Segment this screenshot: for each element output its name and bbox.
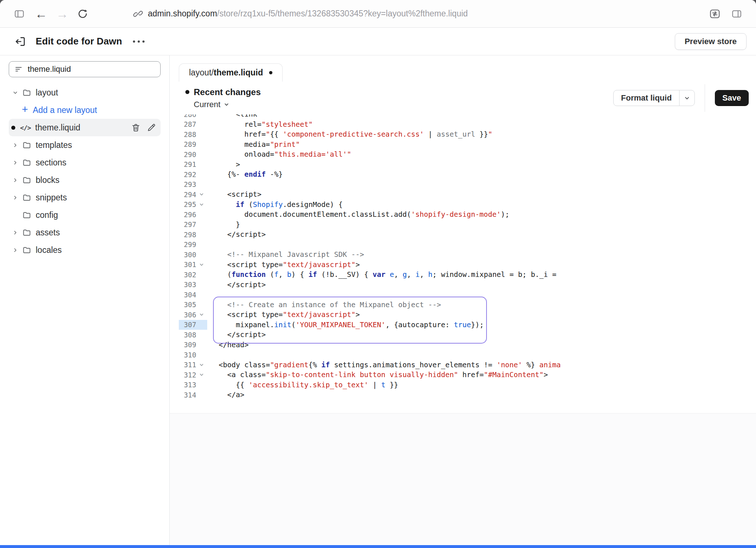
code-line[interactable]: 298 </script> <box>179 230 749 240</box>
code-line[interactable]: 305 <!-- Create an instance of the Mixpa… <box>179 300 749 310</box>
tree-folder-snippets[interactable]: snippets <box>9 189 161 206</box>
code-line[interactable]: 313 {{ 'accessibility.skip_to_text' | t … <box>179 380 749 390</box>
code-line[interactable]: 304 <box>179 290 749 300</box>
line-number[interactable]: 300 <box>179 251 196 259</box>
code-line[interactable]: 287 rel="stylesheet" <box>179 120 749 130</box>
tree-file-theme-liquid[interactable]: </> theme.liquid <box>9 119 161 136</box>
chevron-right-icon[interactable] <box>12 195 18 201</box>
line-number[interactable]: 312 <box>179 371 196 379</box>
tree-folder-blocks[interactable]: blocks <box>9 171 161 189</box>
tree-folder-templates[interactable]: templates <box>9 136 161 154</box>
chevron-right-icon[interactable] <box>12 160 18 166</box>
code-line[interactable]: 295 if (Shopify.designMode) { <box>179 200 749 210</box>
line-number[interactable]: 302 <box>179 271 196 279</box>
format-dropdown-toggle[interactable] <box>679 90 694 106</box>
code-line[interactable]: 299 <box>179 240 749 250</box>
code-line[interactable]: 292 {%- endif -%} <box>179 169 749 180</box>
chevron-right-icon[interactable] <box>12 142 18 148</box>
line-number[interactable]: 307 <box>179 321 196 329</box>
line-number[interactable]: 313 <box>179 381 196 389</box>
file-filter-input[interactable]: theme.liquid <box>9 61 161 77</box>
line-number[interactable]: 290 <box>179 150 196 158</box>
line-number[interactable]: 303 <box>179 281 196 289</box>
code-line[interactable]: 312 <a class="skip-to-content-link butto… <box>179 370 749 380</box>
line-number[interactable]: 314 <box>179 391 196 399</box>
line-number[interactable]: 309 <box>179 341 196 349</box>
chevron-right-icon[interactable] <box>12 230 18 236</box>
code-line[interactable]: 296 document.documentElement.classList.a… <box>179 210 749 220</box>
tab-theme-liquid[interactable]: layout/theme.liquid <box>179 63 283 82</box>
chevron-right-icon[interactable] <box>12 247 18 253</box>
extensions-icon[interactable] <box>706 5 723 22</box>
chevron-right-icon[interactable] <box>12 177 18 183</box>
code-line[interactable]: 301 <script type="text/javascript"> <box>179 260 749 270</box>
line-number[interactable]: 289 <box>179 140 196 148</box>
fold-chevron-icon[interactable] <box>196 372 206 377</box>
code-line[interactable]: 310 <box>179 350 749 360</box>
code-line[interactable]: 303 </script> <box>179 280 749 290</box>
code-line[interactable]: 306 <script type="text/javascript"> <box>179 310 749 320</box>
line-number[interactable]: 292 <box>179 171 196 179</box>
tree-folder-layout[interactable]: layout <box>9 84 161 101</box>
sidebar-toggle-icon[interactable] <box>11 5 28 22</box>
line-number[interactable]: 306 <box>179 311 196 319</box>
line-number[interactable]: 304 <box>179 291 196 299</box>
fold-chevron-icon[interactable] <box>196 363 206 367</box>
add-new-layout-button[interactable]: + Add a new layout <box>9 101 161 119</box>
fold-chevron-icon[interactable] <box>196 312 206 317</box>
code-line[interactable]: 314 </a> <box>179 390 749 400</box>
code-line[interactable]: 289 media="print" <box>179 140 749 150</box>
line-number[interactable]: 299 <box>179 240 196 248</box>
code-line[interactable]: 286 <link <box>179 114 749 120</box>
code-line[interactable]: 309 </head> <box>179 340 749 350</box>
fold-chevron-icon[interactable] <box>196 192 206 197</box>
code-line[interactable]: 311 <body class="gradient{% if settings.… <box>179 360 749 370</box>
code-line[interactable]: 307 mixpanel.init('YOUR_MIXPANEL_TOKEN',… <box>179 320 749 330</box>
code-line[interactable]: 291 > <box>179 160 749 170</box>
line-number[interactable]: 310 <box>179 351 196 359</box>
line-number[interactable]: 308 <box>179 331 196 339</box>
fold-chevron-icon[interactable] <box>196 202 206 207</box>
reload-icon[interactable] <box>74 5 91 22</box>
save-button[interactable]: Save <box>715 90 749 106</box>
line-number[interactable]: 301 <box>179 261 196 269</box>
address-bar[interactable]: admin.shopify.com/store/rzq1xu-f5/themes… <box>133 9 468 19</box>
version-dropdown[interactable]: Current <box>194 100 261 109</box>
rename-file-icon[interactable] <box>147 123 156 132</box>
line-number[interactable]: 295 <box>179 200 196 208</box>
line-number[interactable]: 305 <box>179 301 196 309</box>
code-line[interactable]: 302 (function (f, b) { if (!b.__SV) { va… <box>179 270 749 280</box>
code-editor[interactable]: 286 <link287 rel="stylesheet"288 href="{… <box>179 114 749 413</box>
editor-toolbar: Recent changes Current Format liquid Sav… <box>179 82 749 114</box>
tree-folder-assets[interactable]: assets <box>9 224 161 241</box>
code-line[interactable]: 290 onload="this.media='all'" <box>179 149 749 160</box>
code-line[interactable]: 308 </script> <box>179 330 749 340</box>
line-number[interactable]: 291 <box>179 160 196 168</box>
line-number[interactable]: 298 <box>179 231 196 239</box>
panel-right-icon[interactable] <box>728 5 745 22</box>
more-menu-icon[interactable] <box>133 40 145 43</box>
line-number[interactable]: 294 <box>179 191 196 199</box>
tree-folder-config[interactable]: config <box>9 206 161 224</box>
preview-store-button[interactable]: Preview store <box>675 33 747 50</box>
code-line[interactable]: 294 <script> <box>179 189 749 200</box>
delete-file-icon[interactable] <box>131 123 141 132</box>
fold-chevron-icon[interactable] <box>196 262 206 267</box>
code-line[interactable]: 293 <box>179 180 749 190</box>
code-line[interactable]: 297 } <box>179 220 749 230</box>
line-number[interactable]: 297 <box>179 220 196 228</box>
line-number[interactable]: 288 <box>179 130 196 138</box>
code-line[interactable]: 288 href="{{ 'component-predictive-searc… <box>179 129 749 140</box>
exit-editor-icon[interactable] <box>15 36 26 47</box>
line-number[interactable]: 287 <box>179 120 196 128</box>
tree-folder-sections[interactable]: sections <box>9 154 161 171</box>
chevron-down-icon[interactable] <box>12 90 18 96</box>
back-icon[interactable]: ← <box>33 5 50 22</box>
code-line[interactable]: 300 <!-- Mixpanel Javascript SDK --> <box>179 250 749 260</box>
line-number[interactable]: 311 <box>179 361 196 369</box>
line-number[interactable]: 286 <box>179 114 196 118</box>
tree-folder-locales[interactable]: locales <box>9 241 161 259</box>
line-number[interactable]: 296 <box>179 211 196 219</box>
format-liquid-button[interactable]: Format liquid <box>613 90 694 106</box>
line-number[interactable]: 293 <box>179 180 196 188</box>
